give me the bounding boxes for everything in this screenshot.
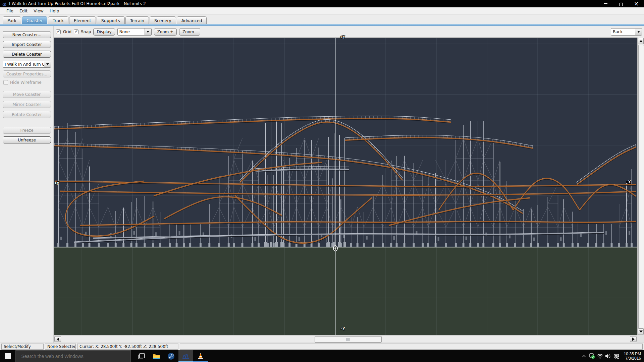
scroll-right-button[interactable] — [630, 336, 637, 342]
search-input[interactable] — [17, 353, 129, 359]
status-cursor: Cursor: X: 28.500ft Y: -82.500ft Z: 238.… — [77, 344, 178, 350]
tab-scenery[interactable]: Scenery — [150, 16, 176, 24]
snap-checkbox[interactable] — [74, 29, 78, 34]
tab-track[interactable]: Track — [48, 16, 68, 24]
view-preset-select[interactable]: Back — [611, 28, 642, 36]
tray-volume-button[interactable] — [604, 350, 612, 362]
vertical-scroll-thumb[interactable] — [638, 45, 644, 328]
status-mode: Select/Modify — [1, 344, 44, 350]
speaker-icon — [605, 354, 611, 359]
system-tray: 10:35 PM 7/3/2016 — [580, 350, 644, 362]
view-toolbar: Grid Snap Display None Zoom + Zoom - Bac… — [54, 26, 644, 38]
tab-advanced[interactable]: Advanced — [177, 16, 207, 24]
mirror-coaster-button[interactable]: Mirror Coaster — [3, 101, 51, 108]
display-mode-arrow[interactable] — [145, 28, 151, 35]
hide-wireframe-label: Hide Wireframe — [10, 80, 42, 85]
new-coaster-button[interactable]: New Coaster... — [3, 31, 51, 38]
coaster-properties-button[interactable]: Coaster Properties... — [3, 70, 51, 77]
chevron-up-icon — [582, 355, 586, 358]
windows-taskbar: 10:35 PM 7/3/2016 — [0, 350, 644, 362]
coaster-sidebar: New Coaster... Import Coaster Delete Coa… — [0, 26, 54, 343]
vlc-icon — [197, 352, 204, 360]
rotate-coaster-button[interactable]: Rotate Coaster — [3, 111, 51, 118]
display-mode-select[interactable]: None — [117, 28, 152, 36]
taskbar-search[interactable] — [15, 350, 131, 362]
tray-expand-button[interactable] — [580, 350, 588, 362]
tab-element[interactable]: Element — [69, 16, 96, 24]
nolimits2-taskbar-button[interactable] — [178, 350, 193, 362]
import-coaster-button[interactable]: Import Coaster — [3, 41, 51, 48]
scroll-left-button[interactable] — [54, 336, 61, 342]
start-button[interactable] — [0, 350, 15, 362]
chevron-down-icon — [637, 31, 640, 33]
freeze-button[interactable]: Freeze — [3, 127, 51, 134]
chevron-down-icon — [46, 63, 49, 65]
display-button[interactable]: Display — [93, 28, 115, 36]
viewport-canvas[interactable] — [54, 38, 637, 335]
unfreeze-button[interactable]: Unfreeze — [3, 136, 51, 143]
display-mode-value: None — [118, 29, 145, 34]
arrow-up-icon — [639, 40, 643, 42]
status-bar: Select/Modify None Selected Cursor: X: 2… — [0, 343, 644, 350]
horizontal-scrollbar[interactable] — [54, 335, 637, 343]
scroll-down-button[interactable] — [638, 328, 644, 335]
tray-network-button[interactable] — [596, 350, 604, 362]
tab-park[interactable]: Park — [3, 16, 21, 24]
file-explorer-button[interactable] — [149, 350, 164, 362]
tab-terrain[interactable]: Terrain — [125, 16, 149, 24]
chevron-down-icon — [147, 31, 149, 33]
hide-wireframe-checkbox[interactable] — [3, 80, 8, 85]
tray-sync-button[interactable] — [588, 350, 596, 362]
axis-label-plus-x: +X — [54, 181, 59, 186]
vertical-scrollbar[interactable] — [637, 38, 644, 335]
window-title: I Walk In And Turn Up Pockets Full Of Ho… — [9, 1, 146, 6]
move-coaster-button[interactable]: Move Coaster — [3, 91, 51, 98]
windows-logo-icon — [5, 353, 11, 359]
steam-icon — [167, 353, 175, 360]
scroll-up-button[interactable] — [638, 38, 644, 44]
grid-checkbox[interactable] — [56, 29, 61, 34]
coaster-select-arrow[interactable] — [44, 61, 51, 67]
tab-bar: Park Coaster Track Element Supports Terr… — [0, 15, 644, 24]
coaster-select[interactable]: I Walk In And Turn Up — [3, 61, 51, 68]
menu-edit[interactable]: Edit — [16, 8, 31, 14]
menu-help[interactable]: Help — [47, 8, 62, 14]
wifi-icon — [597, 354, 603, 359]
menu-bar: File Edit View Help — [0, 7, 644, 15]
taskbar-clock[interactable]: 10:35 PM 7/3/2016 — [620, 352, 644, 361]
restore-button[interactable] — [613, 0, 629, 7]
screen: { "window": { "title": "I Walk In And Tu… — [0, 0, 644, 362]
sync-check-icon — [589, 353, 595, 359]
delete-coaster-button[interactable]: Delete Coaster — [3, 51, 51, 58]
arrow-down-icon — [639, 330, 643, 333]
axis-label-minus-x: -X — [626, 180, 631, 184]
coaster-select-value: I Walk In And Turn Up — [3, 62, 44, 67]
vlc-taskbar-button[interactable] — [193, 350, 208, 362]
action-center-button[interactable] — [612, 350, 620, 362]
steam-button[interactable] — [164, 350, 178, 362]
view-preset-arrow[interactable] — [635, 28, 642, 35]
close-button[interactable]: × — [629, 0, 644, 7]
tab-supports[interactable]: Supports — [97, 16, 125, 24]
menu-view[interactable]: View — [31, 8, 47, 14]
axis-label-minus-y: -Y — [340, 326, 345, 331]
minimize-button[interactable] — [598, 0, 613, 7]
taskbar-gap — [131, 350, 134, 362]
app-icon — [2, 1, 7, 6]
axis-label-plus-y: +Y — [340, 35, 345, 40]
snap-label: Snap — [81, 29, 91, 34]
file-explorer-icon — [153, 353, 160, 359]
grid-label: Grid — [63, 29, 71, 34]
zoom-in-button[interactable]: Zoom + — [154, 28, 177, 36]
menu-file[interactable]: File — [3, 8, 16, 14]
arrow-right-icon — [632, 338, 635, 341]
clock-time: 10:35 PM — [624, 352, 641, 356]
zoom-out-button[interactable]: Zoom - — [179, 28, 200, 36]
task-view-button[interactable] — [134, 350, 149, 362]
task-view-icon — [138, 353, 145, 359]
editor-viewport[interactable] — [54, 38, 637, 335]
tab-coaster[interactable]: Coaster — [22, 16, 47, 24]
horizontal-scroll-thumb[interactable] — [315, 336, 382, 343]
arrow-left-icon — [57, 338, 59, 341]
close-icon: × — [634, 1, 639, 7]
